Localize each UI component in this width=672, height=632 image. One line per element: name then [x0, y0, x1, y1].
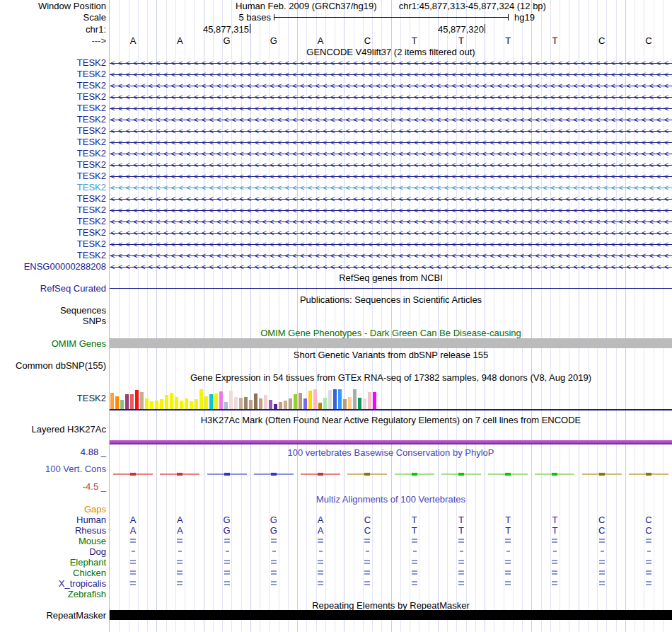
multiz-row-label-rhesus[interactable]: Rhesus [0, 526, 106, 535]
track-label-snps[interactable]: SNPs [0, 316, 106, 326]
multiz-row-label-human[interactable]: Human [0, 515, 106, 524]
gene-row[interactable]: <<<<<<<<<<<<<<<<<<<<<<<<<<<<<<<<<<<<<<<<… [110, 171, 672, 183]
gtex-bar[interactable] [160, 399, 163, 409]
gtex-bar[interactable] [224, 402, 228, 409]
gene-row-label[interactable]: TESK2 [0, 149, 106, 158]
gtex-bar[interactable] [120, 400, 124, 409]
gene-row[interactable]: <<<<<<<<<<<<<<<<<<<<<<<<<<<<<<<<<<<<<<<<… [110, 92, 672, 103]
gene-row[interactable]: <<<<<<<<<<<<<<<<<<<<<<<<<<<<<<<<<<<<<<<<… [110, 262, 672, 273]
multiz-row-label-x_tropicalis[interactable]: X_tropicalis [0, 579, 106, 588]
gtex-bar[interactable] [289, 398, 292, 409]
gene-row[interactable]: <<<<<<<<<<<<<<<<<<<<<<<<<<<<<<<<<<<<<<<<… [110, 58, 672, 69]
gtex-bar[interactable] [348, 397, 352, 409]
gtex-bar[interactable] [110, 393, 114, 409]
gene-row[interactable]: <<<<<<<<<<<<<<<<<<<<<<<<<<<<<<<<<<<<<<<<… [110, 160, 672, 171]
gene-row-label[interactable]: TESK2 [0, 217, 106, 226]
gtex-bar[interactable] [130, 394, 134, 409]
gene-row-label[interactable]: TESK2 [0, 69, 106, 79]
gtex-bar[interactable] [343, 399, 347, 409]
multiz-row-label-dog[interactable]: Dog [0, 547, 106, 556]
gene-row[interactable]: <<<<<<<<<<<<<<<<<<<<<<<<<<<<<<<<<<<<<<<<… [110, 115, 672, 126]
gtex-bar[interactable] [229, 391, 233, 409]
gtex-bar[interactable] [254, 393, 257, 409]
gene-row-label[interactable]: TESK2 [0, 137, 106, 146]
gene-row[interactable]: <<<<<<<<<<<<<<<<<<<<<<<<<<<<<<<<<<<<<<<<… [110, 228, 672, 239]
gtex-bar[interactable] [279, 402, 282, 409]
gtex-bar[interactable] [358, 398, 361, 409]
gtex-bar[interactable] [185, 398, 188, 409]
gene-row-label[interactable]: ENSG00000288208 [0, 262, 106, 271]
gene-row[interactable]: <<<<<<<<<<<<<<<<<<<<<<<<<<<<<<<<<<<<<<<<… [110, 183, 672, 194]
track-label-repeatmasker[interactable]: RepeatMasker [0, 611, 106, 620]
multiz-row-label-chicken[interactable]: Chicken [0, 568, 106, 578]
repeatmasker-item[interactable] [110, 610, 672, 620]
gene-row-label[interactable]: TESK2 [0, 160, 106, 169]
gene-row-label[interactable]: TESK2 [0, 228, 106, 237]
gtex-bar[interactable] [299, 393, 302, 409]
gene-row-label[interactable]: TESK2 [0, 239, 106, 248]
gtex-bar[interactable] [145, 398, 149, 409]
gtex-bar[interactable] [209, 394, 213, 409]
gene-row[interactable]: <<<<<<<<<<<<<<<<<<<<<<<<<<<<<<<<<<<<<<<<… [110, 194, 672, 205]
gene-row[interactable]: <<<<<<<<<<<<<<<<<<<<<<<<<<<<<<<<<<<<<<<<… [110, 217, 672, 228]
gene-row[interactable]: <<<<<<<<<<<<<<<<<<<<<<<<<<<<<<<<<<<<<<<<… [110, 126, 672, 137]
gene-row-label[interactable]: TESK2 [0, 194, 106, 203]
gtex-bar[interactable] [204, 396, 208, 409]
gtex-bar[interactable] [368, 392, 371, 409]
gene-row-label[interactable]: TESK2 [0, 251, 106, 260]
gtex-bar[interactable] [353, 389, 357, 409]
gtex-bar[interactable] [199, 389, 203, 409]
gtex-bar[interactable] [234, 397, 238, 409]
gene-row[interactable]: <<<<<<<<<<<<<<<<<<<<<<<<<<<<<<<<<<<<<<<<… [110, 239, 672, 251]
gtex-bar[interactable] [165, 395, 168, 409]
track-label-refseq-curated[interactable]: RefSeq Curated [0, 284, 106, 293]
track-label-omim-genes[interactable]: OMIM Genes [0, 339, 106, 348]
multiz-row-label-mouse[interactable]: Mouse [0, 536, 106, 546]
gtex-bar[interactable] [338, 389, 342, 409]
gtex-bar[interactable] [303, 398, 307, 409]
h3k27ac-signal-bar[interactable] [110, 440, 672, 444]
multiz-row-label-gaps[interactable]: Gaps [0, 505, 106, 514]
track-label-h3k27ac[interactable]: Layered H3K27Ac [0, 425, 106, 434]
gtex-bar[interactable] [239, 398, 243, 409]
gtex-bar[interactable] [155, 401, 158, 409]
gtex-bar[interactable] [294, 394, 297, 409]
track-label-common-dbsnp[interactable]: Common dbSNP(155) [0, 361, 106, 370]
gtex-bar[interactable] [195, 399, 198, 409]
gtex-bar[interactable] [180, 401, 183, 409]
gtex-bar[interactable] [190, 401, 193, 409]
gtex-bar[interactable] [274, 404, 277, 409]
gtex-bar[interactable] [363, 398, 366, 409]
gene-row[interactable]: <<<<<<<<<<<<<<<<<<<<<<<<<<<<<<<<<<<<<<<<… [110, 149, 672, 160]
gene-row[interactable]: <<<<<<<<<<<<<<<<<<<<<<<<<<<<<<<<<<<<<<<<… [110, 251, 672, 262]
track-label-sequences[interactable]: Sequences [0, 306, 106, 315]
refseq-curated-item[interactable] [110, 288, 672, 289]
gtex-bar[interactable] [318, 403, 322, 409]
gtex-bar[interactable] [140, 392, 144, 409]
gene-row-label[interactable]: TESK2 [0, 126, 106, 135]
gtex-bar[interactable] [373, 392, 376, 409]
gtex-bar[interactable] [125, 394, 129, 409]
gtex-bar[interactable] [244, 397, 248, 409]
gtex-bar[interactable] [214, 393, 218, 409]
gene-row-label[interactable]: TESK2 [0, 183, 106, 192]
gtex-bar[interactable] [313, 389, 317, 409]
gene-row-label[interactable]: TESK2 [0, 115, 106, 124]
gtex-bar[interactable] [135, 390, 139, 409]
track-label-gtex-gene[interactable]: TESK2 [0, 393, 106, 403]
gtex-bar[interactable] [269, 400, 272, 409]
gene-row-label[interactable]: TESK2 [0, 205, 106, 214]
gtex-bar[interactable] [170, 393, 173, 409]
gene-row-label[interactable]: TESK2 [0, 171, 106, 180]
gene-row[interactable]: <<<<<<<<<<<<<<<<<<<<<<<<<<<<<<<<<<<<<<<<… [110, 103, 672, 115]
gtex-bar[interactable] [328, 390, 332, 409]
gtex-bar[interactable] [323, 398, 327, 409]
gtex-bar[interactable] [308, 391, 312, 409]
gene-row[interactable]: <<<<<<<<<<<<<<<<<<<<<<<<<<<<<<<<<<<<<<<<… [110, 137, 672, 149]
gene-row[interactable]: <<<<<<<<<<<<<<<<<<<<<<<<<<<<<<<<<<<<<<<<… [110, 81, 672, 92]
track-label-phylop[interactable]: 100 Vert. Cons [0, 464, 106, 473]
gtex-bar[interactable] [175, 397, 178, 409]
multiz-row-label-zebrafish[interactable]: Zebrafish [0, 590, 106, 599]
gene-row-label[interactable]: TESK2 [0, 58, 106, 67]
gene-row[interactable]: <<<<<<<<<<<<<<<<<<<<<<<<<<<<<<<<<<<<<<<<… [110, 69, 672, 81]
